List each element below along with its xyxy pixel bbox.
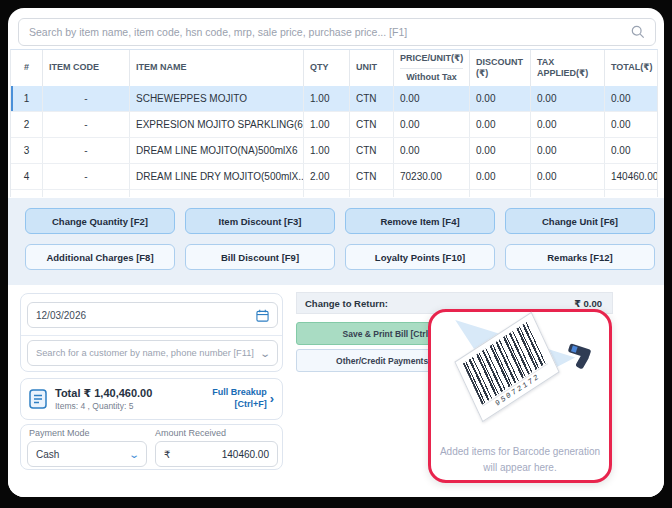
cell-discount [470,190,531,197]
barcode-empty-state-caption: Added items for Barcode generation will … [431,444,609,475]
cell-number: 4 [11,164,43,189]
cell-price: 0.00 [394,112,470,137]
table-row[interactable]: 4 - DREAM LINE DRY MOJITO(500mlX... 2.00… [11,164,657,190]
cell-item-name: EXPRESION MOJITO SPARKLING(6... [130,112,304,137]
item-discount-button[interactable]: Item Discount [F3] [185,208,335,234]
cell-tax: 0.00 [531,164,605,189]
cell-price [394,190,470,197]
amount-received-field[interactable]: ₹ 140460.00 [155,441,278,467]
invoice-date-field[interactable]: 12/03/2026 [27,302,278,328]
items-table: # ITEM CODE ITEM NAME QTY UNIT PRICE/UNI… [10,49,658,197]
cell-total: 0.00 [605,112,657,137]
amount-received-value: 140460.00 [222,449,269,460]
item-search-bar [18,18,656,46]
cell-qty: 1.00 [304,112,350,137]
cell-total: 140460.00 [605,164,657,189]
header-qty: QTY [304,50,350,86]
cell-qty: 1.00 [304,86,350,111]
cell-discount: 0.00 [470,112,531,137]
header-total: TOTAL(₹) [605,50,658,86]
full-breakup-link[interactable]: Full Breakup [Ctrl+F] › [212,387,274,410]
cell-qty: 2.00 [304,164,350,189]
panel-divider [21,335,282,336]
table-row[interactable]: 2 - EXPRESION MOJITO SPARKLING(6... 1.00… [11,112,657,138]
cell-qty [304,190,350,197]
header-number: # [11,50,43,86]
cell-discount: 0.00 [470,138,531,163]
customer-search-input[interactable] [36,348,261,358]
cell-item-code [43,190,130,197]
table-row[interactable]: 1 - SCHEWEPPES MOJITO 1.00 CTN 0.00 0.00… [11,86,657,112]
header-discount: DISCOUNT (₹) [470,50,531,86]
header-item-name: ITEM NAME [130,50,304,86]
cell-tax [531,190,605,197]
change-to-return-label: Change to Return: [305,298,388,309]
change-unit-button[interactable]: Change Unit [F6] [505,208,655,234]
amount-received-label: Amount Received [155,428,226,438]
cell-unit [350,190,394,197]
chevron-right-icon: › [270,391,274,408]
cell-price: 70230.00 [394,164,470,189]
total-amount: Total ₹ 1,40,460.00 [55,387,212,400]
cell-item-code: - [43,86,130,111]
cell-tax: 0.00 [531,86,605,111]
table-row[interactable]: 3 - DREAM LINE MOJITO(NA)500mlX6 1.00 CT… [11,138,657,164]
bottom-section: 12/03/2026 ⌄ Total ₹ 1,40,460.00 Items: … [8,285,664,497]
invoice-date-value: 12/03/2026 [36,310,256,321]
header-unit: UNIT [350,50,394,86]
cell-tax: 0.00 [531,138,605,163]
chevron-down-icon[interactable]: ⌄ [259,348,271,359]
chevron-down-icon: ⌄ [128,449,140,460]
cell-item-name: DREAM LINE MOJITO(NA)500mlX6 [130,138,304,163]
cell-item-name: SCHEWEPPES MOJITO [130,86,304,111]
barcode-illustration: 95072172 [439,320,601,430]
cell-total: 0.00 [605,138,657,163]
search-icon[interactable] [631,25,645,39]
change-to-return-value: ₹ 0.00 [574,298,602,309]
cell-number: 3 [11,138,43,163]
header-price-unit: PRICE/UNIT(₹) Without Tax [394,50,470,86]
barcode-generation-panel: 95072172 Added items for Barcode generat… [428,309,612,483]
header-item-code: ITEM CODE [43,50,130,86]
calendar-icon[interactable] [256,309,269,322]
payment-mode-value: Cash [36,449,59,460]
cell-tax: 0.00 [531,112,605,137]
table-body: 1 - SCHEWEPPES MOJITO 1.00 CTN 0.00 0.00… [11,86,657,197]
payment-panel: Payment Mode Amount Received Cash ⌄ ₹ 14… [20,424,283,470]
cell-discount: 0.00 [470,164,531,189]
header-tax: TAX APPLIED(₹) [531,50,605,86]
bill-discount-button[interactable]: Bill Discount [F9] [185,244,335,270]
payment-mode-label: Payment Mode [29,428,90,438]
cell-number: 2 [11,112,43,137]
actions-section: Change Quantity [F2] Item Discount [F3] … [8,198,664,285]
cell-item-code: - [43,138,130,163]
cell-unit: CTN [350,164,394,189]
cell-item-name: DREAM LINE DRY MOJITO(500mlX... [130,164,304,189]
cell-item-name [130,190,304,197]
cell-total: 0.00 [605,86,657,111]
remove-item-button[interactable]: Remove Item [F4] [345,208,495,234]
change-quantity-button[interactable]: Change Quantity [F2] [25,208,175,234]
table-row[interactable] [11,190,657,197]
cell-price: 0.00 [394,86,470,111]
remarks-button[interactable]: Remarks [F12] [505,244,655,270]
cell-unit: CTN [350,112,394,137]
currency-symbol: ₹ [164,449,170,460]
receipt-icon [29,389,47,409]
bill-total-panel: Total ₹ 1,40,460.00 Items: 4 , Quantity:… [20,378,283,420]
cell-number [11,190,43,197]
cell-unit: CTN [350,138,394,163]
cell-item-code: - [43,164,130,189]
items-summary: Items: 4 , Quantity: 5 [55,401,212,411]
invoice-details-panel: 12/03/2026 ⌄ [20,293,283,372]
cell-number: 1 [11,86,43,111]
table-header: # ITEM CODE ITEM NAME QTY UNIT PRICE/UNI… [11,50,657,86]
loyalty-points-button[interactable]: Loyalty Points [F10] [345,244,495,270]
payment-mode-select[interactable]: Cash ⌄ [27,441,147,467]
cell-total [605,190,657,197]
pos-window: # ITEM CODE ITEM NAME QTY UNIT PRICE/UNI… [8,8,664,497]
item-search-input[interactable] [29,26,631,38]
customer-search-field[interactable]: ⌄ [27,340,278,366]
additional-charges-button[interactable]: Additional Charges [F8] [25,244,175,270]
cell-price: 0.00 [394,138,470,163]
